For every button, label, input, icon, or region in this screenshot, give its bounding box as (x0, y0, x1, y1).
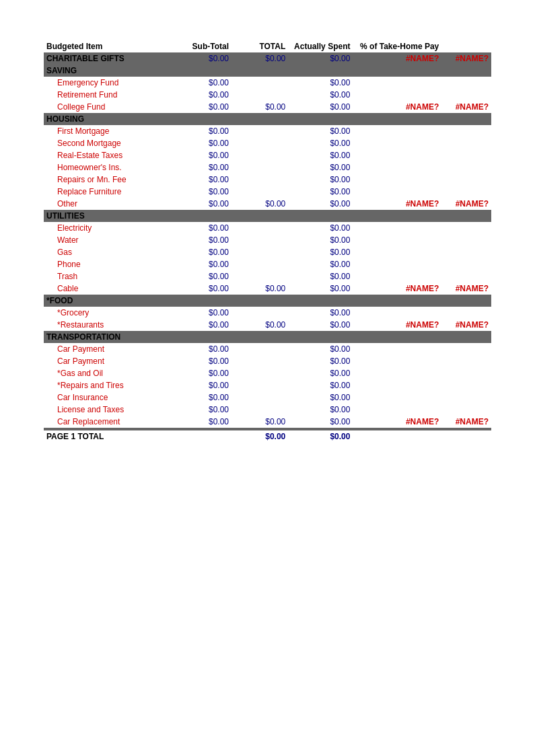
val-first-mortgage-total (231, 125, 288, 137)
header-pct: % of Take-Home Pay (353, 40, 441, 52)
val-retirement-subtotal: $0.00 (175, 89, 231, 101)
row-homeowners-ins: Homeowner's Ins. $0.00 $0.00 (44, 161, 491, 174)
food-subtotal-bg (175, 295, 231, 307)
val-repairs-tires-total (231, 379, 288, 391)
saving-actual-bg (288, 65, 353, 77)
val-phone-total (231, 258, 288, 270)
row-car-payment-1: Car Payment $0.00 $0.00 (44, 343, 491, 355)
val-restaurants-pct1: #NAME? (353, 319, 441, 331)
val-first-mortgage-subtotal: $0.00 (175, 125, 231, 137)
val-car-insurance-actual: $0.00 (288, 391, 353, 404)
val-car-replacement-pct2: #NAME? (441, 416, 491, 428)
section-transportation: TRANSPORTATION (44, 331, 491, 343)
charitable-total: $0.00 (231, 52, 288, 65)
section-charitable-gifts: CHARITABLE GIFTS $0.00 $0.00 $0.00 #NAME… (44, 52, 491, 65)
label-replace-furniture: Replace Furniture (44, 186, 175, 198)
val-emergency-pct1 (353, 77, 441, 89)
val-car-payment-2-subtotal: $0.00 (175, 355, 231, 367)
charitable-pct2: #NAME? (441, 52, 491, 65)
val-cable-subtotal: $0.00 (175, 282, 231, 295)
label-electricity: Electricity (44, 222, 175, 234)
section-label-transportation: TRANSPORTATION (44, 331, 175, 343)
label-emergency-fund: Emergency Fund (44, 77, 175, 89)
val-license-taxes-total (231, 404, 288, 416)
val-homeowners-ins-pct1 (353, 161, 441, 174)
val-gas-oil-subtotal: $0.00 (175, 367, 231, 379)
val-college-subtotal: $0.00 (175, 101, 231, 113)
row-car-payment-2: Car Payment $0.00 $0.00 (44, 355, 491, 367)
section-utilities: UTILITIES (44, 210, 491, 222)
val-car-payment-1-pct1 (353, 343, 441, 355)
page-total-row: PAGE 1 TOTAL $0.00 $0.00 (44, 430, 491, 443)
row-emergency-fund: Emergency Fund $0.00 $0.00 (44, 77, 491, 89)
section-saving: SAVING (44, 65, 491, 77)
val-retirement-total (231, 89, 288, 101)
val-second-mortgage-pct2 (441, 137, 491, 149)
val-real-estate-taxes-total (231, 149, 288, 161)
row-trash: Trash $0.00 $0.00 (44, 270, 491, 282)
page-total-pct1 (353, 430, 441, 443)
val-college-actual: $0.00 (288, 101, 353, 113)
val-first-mortgage-pct2 (441, 125, 491, 137)
val-gas-oil-pct1 (353, 367, 441, 379)
val-emergency-total (231, 77, 288, 89)
val-car-payment-2-pct1 (353, 355, 441, 367)
val-gas-pct2 (441, 246, 491, 258)
val-grocery-pct1 (353, 307, 441, 319)
label-real-estate-taxes: Real-Estate Taxes (44, 149, 175, 161)
row-grocery: *Grocery $0.00 $0.00 (44, 307, 491, 319)
val-car-insurance-total (231, 391, 288, 404)
val-phone-subtotal: $0.00 (175, 258, 231, 270)
food-pct2-bg (441, 295, 491, 307)
label-license-taxes: License and Taxes (44, 404, 175, 416)
saving-total-bg (231, 65, 288, 77)
val-electricity-subtotal: $0.00 (175, 222, 231, 234)
val-real-estate-taxes-pct2 (441, 149, 491, 161)
val-gas-oil-total (231, 367, 288, 379)
label-cable: Cable (44, 282, 175, 295)
val-car-insurance-pct2 (441, 391, 491, 404)
val-cable-total: $0.00 (231, 282, 288, 295)
val-restaurants-actual: $0.00 (288, 319, 353, 331)
section-label-saving: SAVING (44, 65, 175, 77)
header-item: Budgeted Item (44, 40, 175, 52)
val-retirement-pct2 (441, 89, 491, 101)
val-repairs-mn-fee-subtotal: $0.00 (175, 174, 231, 186)
food-pct1-bg (353, 295, 441, 307)
header-row: Budgeted Item Sub-Total TOTAL Actually S… (44, 40, 491, 52)
header-subtotal: Sub-Total (175, 40, 231, 52)
val-trash-total (231, 270, 288, 282)
val-replace-furniture-pct2 (441, 186, 491, 198)
transportation-pct1-bg (353, 331, 441, 343)
val-car-payment-1-subtotal: $0.00 (175, 343, 231, 355)
val-second-mortgage-total (231, 137, 288, 149)
label-restaurants: *Restaurants (44, 319, 175, 331)
val-homeowners-ins-pct2 (441, 161, 491, 174)
val-real-estate-taxes-subtotal: $0.00 (175, 149, 231, 161)
val-car-payment-1-actual: $0.00 (288, 343, 353, 355)
housing-pct2-bg (441, 113, 491, 125)
val-replace-furniture-subtotal: $0.00 (175, 186, 231, 198)
row-phone: Phone $0.00 $0.00 (44, 258, 491, 270)
val-college-pct1: #NAME? (353, 101, 441, 113)
val-grocery-total (231, 307, 288, 319)
val-repairs-tires-actual: $0.00 (288, 379, 353, 391)
val-replace-furniture-actual: $0.00 (288, 186, 353, 198)
val-repairs-tires-pct2 (441, 379, 491, 391)
row-repairs-mn-fee: Repairs or Mn. Fee $0.00 $0.00 (44, 174, 491, 186)
label-housing-other: Other (44, 198, 175, 210)
label-water: Water (44, 234, 175, 246)
val-water-total (231, 234, 288, 246)
row-restaurants: *Restaurants $0.00 $0.00 $0.00 #NAME? #N… (44, 319, 491, 331)
header-pct2 (441, 40, 491, 52)
val-gas-oil-pct2 (441, 367, 491, 379)
val-car-payment-1-total (231, 343, 288, 355)
page-total-pct2 (441, 430, 491, 443)
val-repairs-tires-pct1 (353, 379, 441, 391)
section-label-utilities: UTILITIES (44, 210, 175, 222)
val-car-payment-1-pct2 (441, 343, 491, 355)
label-college-fund: College Fund (44, 101, 175, 113)
label-second-mortgage: Second Mortgage (44, 137, 175, 149)
val-replace-furniture-total (231, 186, 288, 198)
transportation-total-bg (231, 331, 288, 343)
